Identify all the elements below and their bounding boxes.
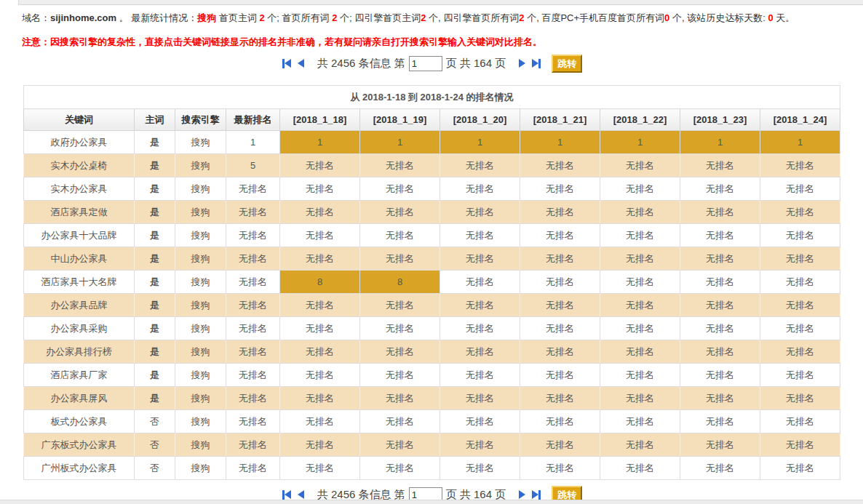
rank-cell: 无排名 <box>360 433 440 457</box>
prev-page-icon[interactable] <box>298 490 304 499</box>
rank-cell: 无排名 <box>360 201 440 224</box>
table-row: 板式办公家具否搜狗无排名无排名无排名无排名无排名无排名无排名无排名 <box>24 410 840 433</box>
stats-line: 域名：sijinhome.com 。 最新统计情况：搜狗 首页主词 2 个; 首… <box>22 12 863 25</box>
rank-cell: 无排名 <box>280 247 360 271</box>
main-word-flag: 是 <box>135 387 175 410</box>
rank-cell: 无排名 <box>760 387 840 410</box>
table-row: 政府办公家具是搜狗11111111 <box>24 131 840 154</box>
rank-cell: 无排名 <box>360 247 440 271</box>
column-header-4: [2018_1_18] <box>280 109 360 131</box>
keyword-link[interactable]: 实木办公桌椅 <box>24 154 135 177</box>
stats-segment: 2 <box>260 12 265 23</box>
rank-cell: 无排名 <box>440 457 520 480</box>
rank-cell: 无排名 <box>760 294 840 317</box>
column-header-3: 最新排名 <box>226 109 280 131</box>
latest-rank: 无排名 <box>226 457 280 480</box>
rank-cell: 无排名 <box>600 387 680 410</box>
rank-cell: 无排名 <box>520 340 600 364</box>
rank-cell: 无排名 <box>680 317 760 340</box>
rank-cell: 无排名 <box>360 387 440 410</box>
rank-cell: 无排名 <box>680 201 760 224</box>
rank-cell: 无排名 <box>680 294 760 317</box>
prev-page-icon[interactable] <box>298 59 304 68</box>
keyword-link[interactable]: 办公家具屏风 <box>24 387 135 410</box>
latest-rank: 无排名 <box>226 177 280 201</box>
latest-rank: 无排名 <box>226 224 280 247</box>
keyword-link[interactable]: 中山办公家具 <box>24 247 135 271</box>
rank-cell: 无排名 <box>600 154 680 177</box>
main-word-flag: 是 <box>135 154 175 177</box>
rank-cell: 无排名 <box>520 364 600 387</box>
rank-cell: 无排名 <box>760 433 840 457</box>
jump-button[interactable]: 跳转 <box>552 55 582 73</box>
rank-cell: 无排名 <box>280 224 360 247</box>
main-word-flag: 是 <box>135 201 175 224</box>
table-row: 办公家具采购是搜狗无排名无排名无排名无排名无排名无排名无排名无排名 <box>24 317 840 340</box>
rank-cell: 无排名 <box>760 201 840 224</box>
rank-cell: 无排名 <box>680 457 760 480</box>
rank-cell-highlighted: 1 <box>760 131 840 154</box>
keyword-link[interactable]: 政府办公家具 <box>24 131 135 154</box>
keyword-link[interactable]: 办公家具采购 <box>24 317 135 340</box>
stats-segment: 个, 该站历史达标天数: <box>669 12 768 23</box>
rank-cell: 无排名 <box>760 340 840 364</box>
rank-cell: 无排名 <box>760 271 840 294</box>
rank-cell: 无排名 <box>600 340 680 364</box>
latest-rank: 无排名 <box>226 317 280 340</box>
rank-cell: 无排名 <box>280 177 360 201</box>
keyword-link[interactable]: 实木办公家具 <box>24 177 135 201</box>
main-word-flag: 是 <box>135 247 175 271</box>
page-number-input[interactable] <box>409 56 442 71</box>
rank-cell: 无排名 <box>440 364 520 387</box>
rank-cell: 无排名 <box>680 247 760 271</box>
rank-cell: 无排名 <box>520 387 600 410</box>
next-page-icon[interactable] <box>519 59 525 68</box>
main-word-flag: 否 <box>135 433 175 457</box>
search-engine: 搜狗 <box>175 131 226 154</box>
main-word-flag: 否 <box>135 410 175 433</box>
rank-cell: 无排名 <box>760 224 840 247</box>
rank-cell: 无排名 <box>520 224 600 247</box>
stats-segment: 个; 四引擎首页主词 <box>337 12 421 23</box>
first-page-icon[interactable] <box>282 59 291 68</box>
rank-cell: 无排名 <box>680 387 760 410</box>
keyword-link[interactable]: 酒店家具厂家 <box>24 364 135 387</box>
table-row: 中山办公家具是搜狗无排名无排名无排名无排名无排名无排名无排名无排名 <box>24 247 840 271</box>
keyword-link[interactable]: 广州板式办公家具 <box>24 457 135 480</box>
keyword-link[interactable]: 办公家具排行榜 <box>24 340 135 364</box>
stats-segment: sijinhome.com <box>50 12 116 23</box>
rank-cell: 无排名 <box>360 410 440 433</box>
keyword-link[interactable]: 酒店家具定做 <box>24 201 135 224</box>
last-page-icon[interactable] <box>532 490 541 500</box>
rank-cell: 无排名 <box>680 433 760 457</box>
rank-cell: 无排名 <box>760 410 840 433</box>
rank-cell: 无排名 <box>760 457 840 480</box>
rank-cell: 无排名 <box>440 294 520 317</box>
keyword-link[interactable]: 办公家具品牌 <box>24 294 135 317</box>
rank-cell: 无排名 <box>280 387 360 410</box>
rank-cell: 无排名 <box>520 410 600 433</box>
column-header-8: [2018_1_22] <box>600 109 680 131</box>
keyword-link[interactable]: 广东板式办公家具 <box>24 433 135 457</box>
rank-cell: 无排名 <box>760 317 840 340</box>
next-page-icon[interactable] <box>519 490 525 499</box>
rank-cell: 无排名 <box>600 457 680 480</box>
first-page-icon[interactable] <box>282 490 291 500</box>
rank-cell: 无排名 <box>680 177 760 201</box>
stats-segment: 。 最新统计情况： <box>116 12 197 23</box>
keyword-link[interactable]: 板式办公家具 <box>24 410 135 433</box>
rank-cell: 无排名 <box>600 271 680 294</box>
search-engine: 搜狗 <box>175 294 226 317</box>
keyword-link[interactable]: 酒店家具十大名牌 <box>24 271 135 294</box>
keyword-link[interactable]: 办公家具十大品牌 <box>24 224 135 247</box>
last-page-icon[interactable] <box>532 59 541 68</box>
stats-segment: 个; 首页所有词 <box>265 12 332 23</box>
stats-segment: 个, 百度PC+手机百度首页所有词 <box>525 12 665 23</box>
rank-cell: 无排名 <box>360 364 440 387</box>
rank-cell: 无排名 <box>280 433 360 457</box>
latest-rank: 无排名 <box>226 364 280 387</box>
latest-rank: 无排名 <box>226 271 280 294</box>
rank-cell: 无排名 <box>600 294 680 317</box>
rank-cell: 无排名 <box>440 387 520 410</box>
stats-segment: 2 <box>421 12 426 23</box>
